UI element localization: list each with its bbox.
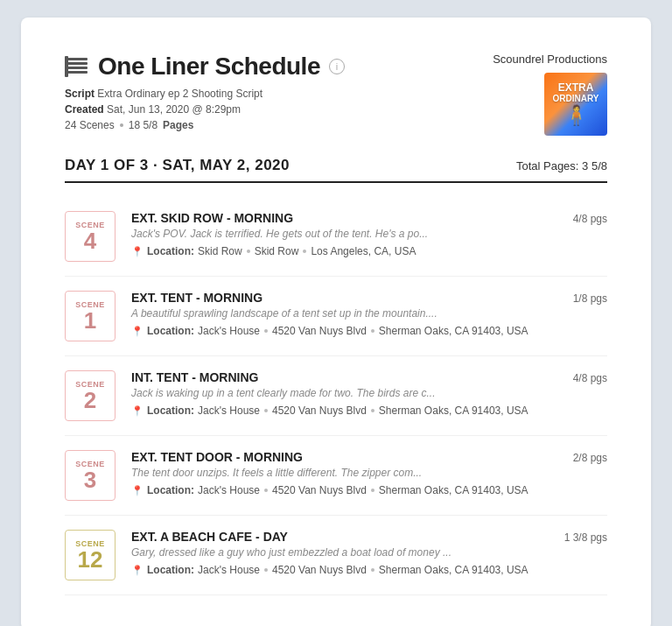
scene-description: Jack's POV. Jack is terrified. He gets o…: [131, 228, 539, 240]
location-separator: [264, 568, 268, 572]
location-parts: Jack's House4520 Van Nuys BlvdSherman Oa…: [198, 404, 528, 417]
location-part: Jack's House: [198, 564, 260, 576]
scene-number: 2: [84, 389, 96, 411]
schedule-icon: [65, 54, 89, 79]
dot-separator: [120, 123, 123, 127]
scene-description: The tent door unzips. It feels a little …: [131, 467, 539, 479]
scene-location: 📍 Location: Jack's House4520 Van Nuys Bl…: [131, 564, 539, 576]
scene-badge: SCENE 3: [65, 450, 116, 501]
location-pin-icon: 📍: [131, 405, 144, 417]
table-row: SCENE 12 EXT. A BEACH CAFE - DAY Gary, d…: [65, 516, 607, 595]
scene-content: INT. TENT - MORNING Jack is waking up in…: [131, 370, 539, 417]
location-part: Sherman Oaks, CA 91403, USA: [379, 404, 528, 417]
scene-content: EXT. TENT DOOR - MORNING The tent door u…: [131, 450, 539, 496]
scene-title: EXT. TENT - MORNING: [131, 291, 539, 305]
thumbnail-line2: ORDINARY: [553, 94, 599, 103]
scene-title: EXT. SKID ROW - MORNING: [131, 211, 539, 225]
created-meta: Created Sat, Jun 13, 2020 @ 8:29pm: [65, 103, 493, 116]
production-name: Scoundrel Productions: [493, 53, 607, 66]
page-container: One Liner Schedule i Script Extra Ordina…: [21, 18, 651, 626]
day-header: DAY 1 OF 3 · SAT, MAY 2, 2020 Total Page…: [65, 157, 607, 183]
header-right: Scoundrel Productions EXTRA ORDINARY 🧍: [493, 53, 607, 136]
scene-content: EXT. TENT - MORNING A beautiful sprawlin…: [131, 291, 539, 337]
location-separator: [264, 329, 268, 333]
location-label: Location:: [147, 564, 194, 576]
table-row: SCENE 1 EXT. TENT - MORNING A beautiful …: [65, 277, 607, 356]
created-value: Sat, Jun 13, 2020 @ 8:29pm: [107, 103, 241, 116]
location-part: Skid Row: [198, 245, 242, 257]
location-part: Sherman Oaks, CA 91403, USA: [379, 564, 528, 576]
svg-rect-1: [66, 62, 88, 65]
location-pin-icon: 📍: [131, 485, 144, 496]
scene-location: 📍 Location: Skid RowSkid RowLos Angeles,…: [131, 245, 539, 257]
total-pages: Total Pages: 3 5/8: [516, 159, 607, 172]
location-part: Jack's House: [198, 325, 260, 337]
location-parts: Jack's House4520 Van Nuys BlvdSherman Oa…: [198, 484, 528, 496]
table-row: SCENE 2 INT. TENT - MORNING Jack is waki…: [65, 356, 607, 436]
location-parts: Jack's House4520 Van Nuys BlvdSherman Oa…: [198, 325, 528, 337]
location-pin-icon: 📍: [131, 246, 144, 257]
location-pin-icon: 📍: [131, 326, 144, 337]
location-separator: [303, 250, 306, 253]
title-row: One Liner Schedule i: [65, 53, 493, 81]
scene-number: 3: [84, 468, 96, 491]
scene-list: SCENE 4 EXT. SKID ROW - MORNING Jack's P…: [65, 197, 607, 595]
location-part: 4520 Van Nuys Blvd: [272, 325, 367, 337]
table-row: SCENE 3 EXT. TENT DOOR - MORNING The ten…: [65, 436, 607, 516]
info-icon[interactable]: i: [329, 59, 345, 74]
location-separator: [264, 409, 268, 412]
svg-rect-0: [66, 58, 88, 60]
page-title: One Liner Schedule: [98, 53, 320, 81]
scene-location: 📍 Location: Jack's House4520 Van Nuys Bl…: [131, 484, 539, 496]
location-part: Skid Row: [255, 245, 299, 257]
scene-number: 1: [84, 309, 96, 332]
scene-content: EXT. A BEACH CAFE - DAY Gary, dressed li…: [131, 530, 539, 576]
day-title: DAY 1 OF 3 · SAT, MAY 2, 2020: [65, 157, 290, 174]
svg-rect-2: [66, 67, 88, 69]
location-label: Location:: [147, 325, 194, 337]
pages-label: Pages: [163, 119, 193, 131]
pages-count: 18 5/8: [129, 119, 158, 131]
scene-pages: 2/8 pgs: [555, 450, 607, 464]
location-part: 4520 Van Nuys Blvd: [272, 564, 367, 576]
script-value: Extra Ordinary ep 2 Shooting Script: [97, 88, 262, 100]
scene-pages: 1/8 pgs: [555, 291, 607, 305]
scene-badge: SCENE 12: [65, 530, 116, 580]
location-part: 4520 Van Nuys Blvd: [272, 484, 367, 496]
header-left: One Liner Schedule i Script Extra Ordina…: [65, 53, 493, 131]
scene-number: 12: [78, 548, 103, 571]
scene-description: Gary, dressed like a guy who just embezz…: [131, 546, 539, 559]
scene-title: EXT. A BEACH CAFE - DAY: [131, 530, 539, 544]
location-part: Sherman Oaks, CA 91403, USA: [379, 325, 528, 337]
scene-location: 📍 Location: Jack's House4520 Van Nuys Bl…: [131, 404, 539, 417]
location-label: Location:: [147, 404, 194, 417]
location-part: 4520 Van Nuys Blvd: [272, 404, 367, 417]
stats-row: 24 Scenes 18 5/8 Pages: [65, 119, 493, 131]
person-figure: 🧍: [553, 105, 599, 126]
scene-description: A beautiful sprawling landscape of a ten…: [131, 307, 539, 320]
thumbnail-line1: EXTRA: [553, 82, 599, 94]
location-part: Jack's House: [198, 484, 260, 496]
location-separator: [371, 489, 374, 492]
scene-pages: 4/8 pgs: [555, 370, 607, 384]
location-separator: [371, 329, 374, 333]
movie-thumbnail: EXTRA ORDINARY 🧍: [544, 73, 607, 136]
location-parts: Skid RowSkid RowLos Angeles, CA, USA: [198, 245, 416, 257]
scene-badge: SCENE 1: [65, 291, 116, 341]
location-separator: [264, 489, 268, 492]
scenes-count: 24 Scenes: [65, 119, 115, 131]
scene-location: 📍 Location: Jack's House4520 Van Nuys Bl…: [131, 325, 539, 337]
header: One Liner Schedule i Script Extra Ordina…: [65, 53, 607, 136]
scene-title: INT. TENT - MORNING: [131, 370, 539, 384]
scene-description: Jack is waking up in a tent clearly made…: [131, 387, 539, 399]
location-part: Sherman Oaks, CA 91403, USA: [379, 484, 528, 496]
scene-content: EXT. SKID ROW - MORNING Jack's POV. Jack…: [131, 211, 539, 257]
location-part: Jack's House: [198, 404, 260, 417]
location-separator: [371, 568, 374, 572]
scene-pages: 1 3/8 pgs: [555, 530, 607, 544]
location-parts: Jack's House4520 Van Nuys BlvdSherman Oa…: [198, 564, 528, 576]
scene-pages: 4/8 pgs: [555, 211, 607, 225]
scene-badge: SCENE 4: [65, 211, 116, 262]
script-meta: Script Extra Ordinary ep 2 Shooting Scri…: [65, 88, 493, 100]
location-label: Location:: [147, 484, 194, 496]
